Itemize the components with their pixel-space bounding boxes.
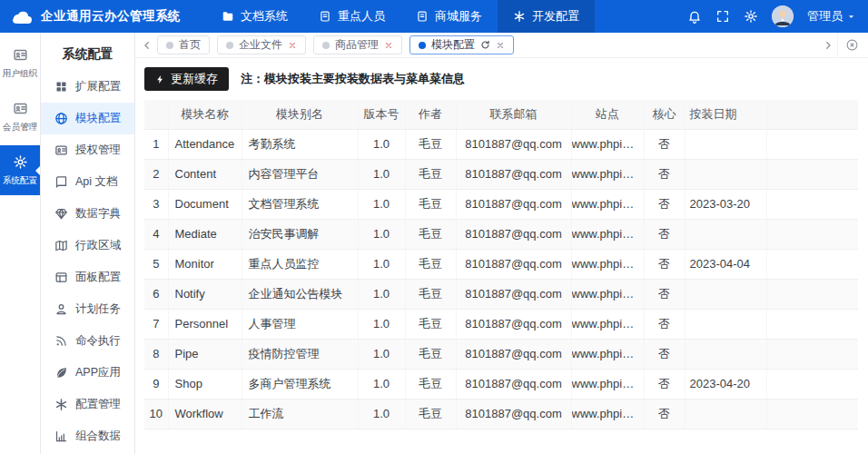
cell-author: 毛豆 bbox=[405, 279, 456, 309]
settings-icon[interactable] bbox=[744, 9, 758, 24]
table-row: 7Personnel人事管理1.0毛豆8101887@qq.comwww.php… bbox=[144, 309, 858, 339]
cell-email: 8101887@qq.com bbox=[456, 399, 571, 429]
cell-site: www.phpim.cn bbox=[571, 219, 644, 249]
table-header-row: 模块名称模块别名版本号作者联系邮箱站点核心按装日期 bbox=[144, 100, 858, 129]
sidebar-item[interactable]: 扩展配置 bbox=[41, 71, 134, 103]
cell-site: www.phpim.cn bbox=[571, 399, 644, 429]
sidebar-item[interactable]: 数据字典 bbox=[41, 198, 134, 230]
rail-item[interactable]: 系统配置 bbox=[0, 145, 40, 195]
cloud-logo-icon bbox=[12, 9, 34, 25]
bell-icon[interactable] bbox=[687, 9, 702, 24]
sidebar-item[interactable]: 行政区域 bbox=[41, 230, 134, 262]
cell-index: 1 bbox=[144, 129, 168, 159]
topnav-item[interactable]: 重点人员 bbox=[303, 0, 400, 33]
sidebar-item[interactable]: APP应用 bbox=[41, 357, 134, 389]
sidebar-item[interactable]: 配置管理 bbox=[41, 389, 134, 420]
sidebar-item[interactable]: 面板配置 bbox=[41, 262, 134, 293]
idcard-icon bbox=[13, 47, 28, 63]
sidebar-item[interactable]: 模块配置 bbox=[41, 103, 134, 134]
cell-name: Content bbox=[168, 159, 242, 189]
cell-alias: 治安民事调解 bbox=[242, 219, 358, 249]
tab-status-dot bbox=[419, 42, 426, 49]
column-header bbox=[766, 100, 858, 129]
user-name-label: 管理员 bbox=[807, 8, 843, 25]
tabs-scroll-right-icon[interactable] bbox=[818, 33, 837, 58]
sidebar-item[interactable]: 命令执行 bbox=[41, 325, 134, 357]
rail-item[interactable]: 用户组织 bbox=[0, 38, 40, 88]
tabs-scroll-left-icon[interactable] bbox=[137, 33, 156, 58]
cell-site: www.phpim.cn bbox=[571, 309, 644, 339]
topnav-item[interactable]: 开发配置 bbox=[498, 0, 595, 33]
cell-install_date bbox=[685, 309, 766, 339]
update-cache-button[interactable]: 更新缓存 bbox=[144, 67, 229, 91]
idcard-icon bbox=[13, 101, 28, 116]
sidebar-item-label: 授权管理 bbox=[75, 143, 121, 158]
topnav-item-label: 商城服务 bbox=[435, 8, 482, 25]
sidebar-item[interactable]: 计划任务 bbox=[41, 293, 134, 325]
cell-site: www.phpim.cn bbox=[571, 279, 644, 309]
cell-author: 毛豆 bbox=[405, 249, 456, 279]
close-all-tabs-icon[interactable] bbox=[837, 33, 866, 58]
cell-site: www.phpim.cn bbox=[571, 159, 644, 189]
avatar[interactable] bbox=[772, 5, 794, 27]
rail-item-label: 系统配置 bbox=[3, 174, 37, 186]
topnav-item-label: 文档系统 bbox=[241, 8, 288, 25]
refresh-icon[interactable] bbox=[480, 40, 490, 50]
column-header: 按装日期 bbox=[685, 100, 766, 129]
cell-email: 8101887@qq.com bbox=[456, 279, 571, 309]
sidebar-item[interactable]: 授权管理 bbox=[41, 134, 134, 166]
tab[interactable]: 商品管理 bbox=[313, 35, 402, 54]
cell-alias: 人事管理 bbox=[242, 309, 358, 339]
tab[interactable]: 首页 bbox=[157, 35, 210, 54]
table-row: 3Document文档管理系统1.0毛豆8101887@qq.comwww.ph… bbox=[144, 189, 858, 219]
user-menu[interactable]: 管理员 bbox=[807, 8, 855, 25]
table-row: 1Attendance考勤系统1.0毛豆8101887@qq.comwww.ph… bbox=[144, 129, 858, 159]
cell-install_date bbox=[685, 159, 766, 189]
cell-install_date: 2023-03-20 bbox=[685, 189, 766, 219]
top-navigation: 文档系统重点人员商城服务开发配置 bbox=[206, 0, 595, 33]
cell-install_date bbox=[685, 219, 766, 249]
cell-index: 10 bbox=[144, 399, 168, 429]
sidebar-item[interactable]: Api 文档 bbox=[41, 166, 134, 198]
fullscreen-icon[interactable] bbox=[715, 9, 730, 24]
table-row: 8Pipe疫情防控管理1.0毛豆8101887@qq.comwww.phpim.… bbox=[144, 339, 858, 369]
cell-email: 8101887@qq.com bbox=[456, 309, 571, 339]
cell-filler bbox=[766, 309, 858, 339]
rail-item-label: 用户组织 bbox=[3, 67, 37, 79]
topnav-item[interactable]: 文档系统 bbox=[206, 0, 303, 33]
sidebar-item-label: 命令执行 bbox=[75, 333, 121, 349]
panel-icon bbox=[54, 271, 68, 284]
tab-status-dot bbox=[226, 42, 233, 49]
topnav-item[interactable]: 商城服务 bbox=[400, 0, 498, 33]
cell-name: Notify bbox=[168, 279, 242, 309]
folder-icon bbox=[222, 10, 234, 23]
topbar: 企业通用云办公管理系统 文档系统重点人员商城服务开发配置 管理员 bbox=[0, 0, 868, 33]
close-icon[interactable] bbox=[496, 41, 505, 50]
cell-author: 毛豆 bbox=[405, 339, 456, 369]
close-icon[interactable] bbox=[288, 41, 297, 50]
cell-site: www.phpim.cn bbox=[571, 339, 644, 369]
sidebar-item-label: 面板配置 bbox=[75, 270, 121, 285]
cell-email: 8101887@qq.com bbox=[456, 249, 571, 279]
cell-alias: 内容管理平台 bbox=[242, 159, 358, 189]
cell-name: Monitor bbox=[168, 249, 242, 279]
table-row: 4Mediate治安民事调解1.0毛豆8101887@qq.comwww.php… bbox=[144, 219, 858, 249]
sidebar-item-label: 计划任务 bbox=[75, 301, 121, 317]
cell-core: 否 bbox=[644, 279, 685, 309]
chart-icon bbox=[54, 429, 68, 443]
cell-core: 否 bbox=[644, 129, 685, 159]
cell-index: 7 bbox=[144, 309, 168, 339]
cell-filler bbox=[766, 279, 858, 309]
modules-table: 模块名称模块别名版本号作者联系邮箱站点核心按装日期 1Attendance考勤系… bbox=[144, 100, 858, 429]
tab-label: 商品管理 bbox=[335, 37, 379, 53]
cell-version: 1.0 bbox=[358, 369, 405, 399]
close-icon[interactable] bbox=[384, 41, 393, 50]
doc-icon bbox=[319, 10, 331, 23]
open-tabs: 首页企业文件商品管理模块配置 bbox=[156, 35, 818, 54]
rail-item[interactable]: 会员管理 bbox=[0, 92, 40, 142]
table-row: 2Content内容管理平台1.0毛豆8101887@qq.comwww.php… bbox=[144, 159, 858, 189]
tab[interactable]: 企业文件 bbox=[217, 35, 306, 54]
tab[interactable]: 模块配置 bbox=[409, 35, 514, 54]
cell-index: 6 bbox=[144, 279, 168, 309]
sidebar-item[interactable]: 组合数据 bbox=[41, 420, 134, 452]
